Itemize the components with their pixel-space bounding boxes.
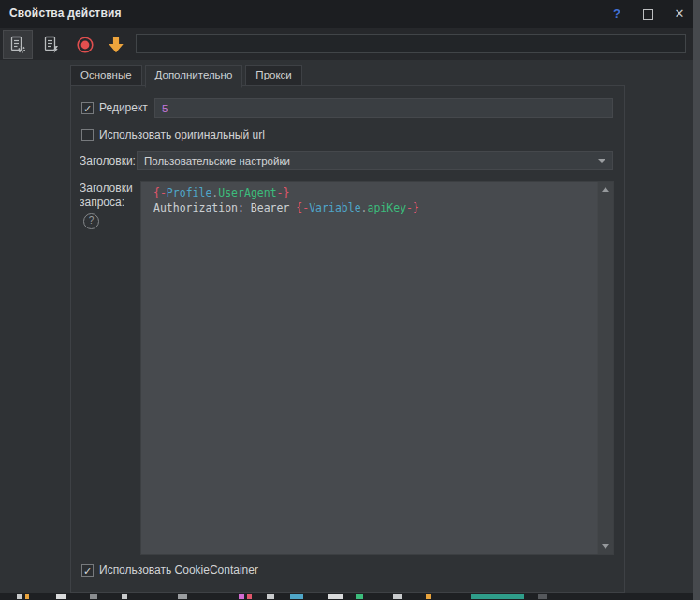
use-cookie-container-checkbox[interactable]: ✓ xyxy=(81,564,94,577)
request-headers-label-line2: запроса: xyxy=(80,196,124,209)
action-script-button[interactable] xyxy=(36,30,66,59)
action-properties-button[interactable] xyxy=(3,30,33,59)
action-properties-dialog: Свойства действия ? ✕ xyxy=(0,0,700,600)
redirect-count-input[interactable]: 5 xyxy=(154,98,613,118)
headers-mode-label: Заголовки: xyxy=(80,154,136,168)
maximize-icon[interactable] xyxy=(643,9,653,20)
chevron-down-icon xyxy=(598,159,605,163)
editor-scrollbar[interactable] xyxy=(597,182,613,554)
address-input[interactable] xyxy=(136,34,686,53)
scroll-down-icon[interactable] xyxy=(602,544,609,549)
background-window-strip xyxy=(0,593,700,600)
use-original-url-label: Использовать оригинальный url xyxy=(99,128,265,141)
tab-page-additional: ✓ Редирект 5 Использовать оригинальный u… xyxy=(70,85,625,593)
tab-additional[interactable]: Дополнительно xyxy=(145,65,243,88)
record-button[interactable] xyxy=(70,30,100,59)
title-bar: Свойства действия ? ✕ xyxy=(0,0,693,28)
headers-mode-selected-option: Пользовательские настройки xyxy=(144,155,290,167)
help-button[interactable]: ? xyxy=(608,6,625,22)
download-arrow-icon xyxy=(106,35,126,55)
request-headers-code[interactable]: {-Profile.UserAgent-}Authorization: Bear… xyxy=(141,182,597,554)
headers-mode-select[interactable]: Пользовательские настройки xyxy=(137,151,613,170)
document-gear-icon xyxy=(8,36,27,54)
request-headers-help-icon[interactable]: ? xyxy=(83,213,99,229)
toolbar xyxy=(0,28,693,60)
redirect-checkbox[interactable]: ✓ xyxy=(81,102,94,114)
request-headers-label-line1: Заголовки xyxy=(80,182,133,195)
tab-strip: Основные Дополнительно Прокси xyxy=(70,65,302,88)
request-headers-editor[interactable]: {-Profile.UserAgent-}Authorization: Bear… xyxy=(140,181,614,555)
use-original-url-checkbox[interactable] xyxy=(81,129,94,141)
tab-proxy[interactable]: Прокси xyxy=(245,65,301,86)
redirect-label: Редирект xyxy=(99,101,148,114)
redirect-count-value: 5 xyxy=(162,103,168,114)
background-window-edge xyxy=(693,0,700,600)
download-button[interactable] xyxy=(101,30,131,59)
record-icon xyxy=(76,36,95,54)
close-icon[interactable]: ✕ xyxy=(671,6,688,22)
use-cookie-container-label: Использовать CookieContainer xyxy=(99,563,258,577)
scroll-up-icon[interactable] xyxy=(602,187,609,192)
window-title: Свойства действия xyxy=(9,7,122,20)
tab-main[interactable]: Основные xyxy=(70,65,142,86)
document-lightning-icon xyxy=(42,36,61,54)
